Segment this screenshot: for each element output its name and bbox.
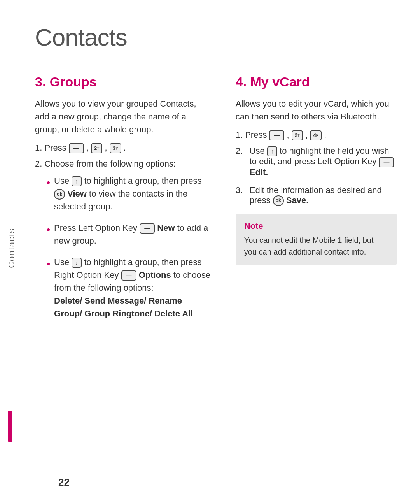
vcard-key-4f: 4F bbox=[310, 130, 321, 140]
options-list: Delete/ Send Message/ Rename Group/ Grou… bbox=[54, 296, 193, 318]
ok-key-1: ok bbox=[54, 189, 65, 200]
section-4-description: Allows you to edit your vCard, which you… bbox=[236, 97, 397, 123]
left-opt-key: — bbox=[379, 157, 394, 167]
view-label: View bbox=[67, 189, 87, 198]
bullet-1-content: Use ↕ to highlight a group, then press o… bbox=[54, 174, 212, 213]
section-4-step1: 1. Press — , 2T , 4F . bbox=[236, 130, 397, 140]
bullet-list: • Use ↕ to highlight a group, then press… bbox=[47, 174, 212, 320]
step3-vcard-content: Edit the information as desired and pres… bbox=[250, 185, 397, 206]
dash-key-3: — bbox=[121, 270, 136, 281]
step2-vcard-num: 2. bbox=[236, 146, 247, 156]
save-label: Save. bbox=[286, 195, 309, 205]
step1-num: 1. Press bbox=[35, 143, 66, 153]
page-title: Contacts bbox=[35, 23, 397, 51]
page: Contacts Contacts 3. Groups Allows you t… bbox=[0, 0, 420, 504]
bullet-dot-3: • bbox=[47, 256, 50, 272]
section-4-step2: 2. Use ↕ to highlight the field you wish… bbox=[236, 146, 397, 177]
section-3-step2-intro: 2. Choose from the following options: bbox=[35, 159, 212, 169]
bullet-dot-1: • bbox=[47, 175, 50, 190]
note-box: Note You cannot edit the Mobile 1 field,… bbox=[236, 214, 397, 265]
note-title: Note bbox=[244, 221, 388, 231]
ok-key-vcard: ok bbox=[273, 195, 284, 206]
vcard-dash-key: — bbox=[269, 130, 284, 140]
page-number: 22 bbox=[58, 476, 70, 488]
key-3y: 3Y bbox=[110, 143, 121, 153]
sidebar-label: Contacts bbox=[7, 228, 17, 268]
main-content: Contacts 3. Groups Allows you to view yo… bbox=[23, 0, 420, 504]
section-4-myvcard: 4. My vCard Allows you to edit your vCar… bbox=[236, 74, 397, 328]
edit-label: Edit. bbox=[250, 167, 268, 177]
bullet-dot-2: • bbox=[47, 222, 50, 237]
section-3-heading: 3. Groups bbox=[35, 74, 212, 90]
bullet-item-3: • Use ↕ to highlight a group, then press… bbox=[47, 256, 212, 320]
step1-label: 1. Press bbox=[236, 130, 267, 140]
dash-key-2: — bbox=[140, 223, 155, 234]
key-2t: 2T bbox=[91, 143, 102, 153]
bullet-3-content: Use ↕ to highlight a group, then press R… bbox=[54, 256, 212, 320]
step1-keys: — , 2T , 3Y . bbox=[69, 143, 126, 153]
nav-key-3: ↕ bbox=[72, 258, 82, 268]
bullet-2-content: Press Left Option Key — New to add a new… bbox=[54, 221, 212, 247]
section-3-step1: 1. Press — , 2T , 3Y . bbox=[35, 143, 212, 153]
sidebar-bar bbox=[8, 411, 12, 442]
section-4-heading: 4. My vCard bbox=[236, 74, 397, 90]
nav-key-vcard: ↕ bbox=[267, 146, 277, 156]
new-label: New bbox=[157, 223, 175, 233]
columns-layout: 3. Groups Allows you to view your groupe… bbox=[35, 74, 397, 328]
nav-key-1: ↕ bbox=[72, 176, 82, 186]
sidebar-line bbox=[4, 457, 19, 457]
section-3-description: Allows you to view your grouped Contacts… bbox=[35, 97, 212, 136]
step2-text: 2. Choose from the following options: bbox=[35, 159, 176, 169]
sidebar: Contacts bbox=[0, 0, 23, 504]
dash-key-1: — bbox=[69, 143, 84, 153]
options-label: Options bbox=[139, 270, 171, 280]
step1-vcard-keys: — , 2T , 4F . bbox=[269, 130, 326, 140]
vcard-key-2t: 2T bbox=[292, 130, 303, 140]
section-3-groups: 3. Groups Allows you to view your groupe… bbox=[35, 74, 212, 328]
note-text: You cannot edit the Mobile 1 field, but … bbox=[244, 234, 388, 258]
bullet-item-2: • Press Left Option Key — New to add a n… bbox=[47, 221, 212, 247]
step3-vcard-num: 3. bbox=[236, 185, 247, 195]
section-4-step3: 3. Edit the information as desired and p… bbox=[236, 185, 397, 206]
step2-vcard-content: Use ↕ to highlight the field you wish to… bbox=[250, 146, 397, 177]
bullet-item-1: • Use ↕ to highlight a group, then press… bbox=[47, 174, 212, 213]
